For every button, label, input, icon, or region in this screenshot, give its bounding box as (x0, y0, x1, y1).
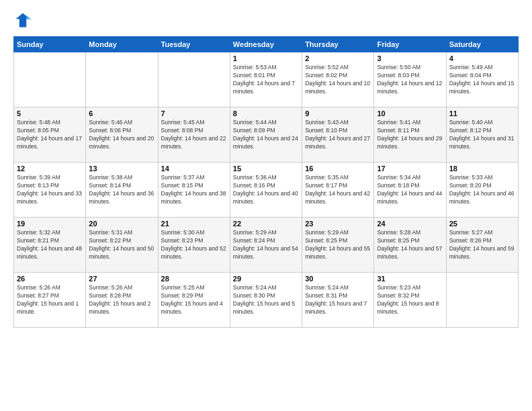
calendar-cell: 18Sunrise: 5:33 AMSunset: 8:20 PMDayligh… (446, 163, 518, 218)
calendar-cell: 30Sunrise: 5:24 AMSunset: 8:31 PMDayligh… (302, 273, 374, 328)
weekday-header-tuesday: Tuesday (158, 37, 230, 52)
day-number: 26 (17, 275, 83, 283)
day-number: 21 (161, 220, 227, 228)
calendar-cell: 31Sunrise: 5:23 AMSunset: 8:32 PMDayligh… (374, 273, 446, 328)
cell-text: Sunrise: 5:45 AMSunset: 8:08 PMDaylight:… (161, 119, 227, 151)
day-number: 24 (377, 220, 443, 228)
calendar-week-row: 19Sunrise: 5:32 AMSunset: 8:21 PMDayligh… (14, 218, 519, 273)
calendar-cell: 8Sunrise: 5:44 AMSunset: 8:09 PMDaylight… (230, 107, 302, 163)
day-number: 28 (161, 275, 227, 283)
day-number: 16 (305, 165, 371, 173)
cell-text: Sunrise: 5:26 AMSunset: 8:28 PMDaylight:… (89, 284, 154, 316)
day-number: 25 (449, 220, 515, 228)
day-number: 9 (305, 109, 371, 118)
day-number: 11 (449, 109, 515, 118)
cell-text: Sunrise: 5:53 AMSunset: 8:01 PMDaylight:… (233, 64, 299, 96)
cell-text: Sunrise: 5:29 AMSunset: 8:24 PMDaylight:… (233, 229, 299, 261)
day-number: 31 (377, 275, 443, 283)
day-number: 7 (161, 109, 227, 118)
cell-text: Sunrise: 5:36 AMSunset: 8:16 PMDaylight:… (233, 174, 299, 206)
cell-text: Sunrise: 5:39 AMSunset: 8:13 PMDaylight:… (17, 174, 83, 206)
cell-text: Sunrise: 5:38 AMSunset: 8:14 PMDaylight:… (89, 174, 154, 206)
day-number: 18 (449, 165, 515, 173)
cell-text: Sunrise: 5:30 AMSunset: 8:23 PMDaylight:… (161, 229, 227, 261)
day-number: 22 (233, 220, 299, 228)
calendar-cell: 12Sunrise: 5:39 AMSunset: 8:13 PMDayligh… (14, 163, 86, 218)
calendar-cell: 24Sunrise: 5:28 AMSunset: 8:25 PMDayligh… (374, 218, 446, 273)
calendar-week-row: 12Sunrise: 5:39 AMSunset: 8:13 PMDayligh… (14, 163, 519, 218)
calendar-cell: 1Sunrise: 5:53 AMSunset: 8:01 PMDaylight… (230, 52, 302, 107)
page: SundayMondayTuesdayWednesdayThursdayFrid… (0, 0, 532, 411)
calendar-table: SundayMondayTuesdayWednesdayThursdayFrid… (13, 36, 519, 328)
cell-text: Sunrise: 5:24 AMSunset: 8:30 PMDaylight:… (233, 284, 299, 316)
cell-text: Sunrise: 5:26 AMSunset: 8:27 PMDaylight:… (17, 284, 83, 316)
cell-text: Sunrise: 5:43 AMSunset: 8:10 PMDaylight:… (305, 119, 371, 151)
calendar-cell: 13Sunrise: 5:38 AMSunset: 8:14 PMDayligh… (86, 163, 158, 218)
calendar-cell: 26Sunrise: 5:26 AMSunset: 8:27 PMDayligh… (14, 273, 86, 328)
cell-text: Sunrise: 5:23 AMSunset: 8:32 PMDaylight:… (377, 284, 443, 316)
calendar-cell: 27Sunrise: 5:26 AMSunset: 8:28 PMDayligh… (86, 273, 158, 328)
calendar-cell: 23Sunrise: 5:29 AMSunset: 8:25 PMDayligh… (302, 218, 374, 273)
calendar-cell: 25Sunrise: 5:27 AMSunset: 8:26 PMDayligh… (446, 218, 518, 273)
calendar-cell: 29Sunrise: 5:24 AMSunset: 8:30 PMDayligh… (230, 273, 302, 328)
weekday-header-thursday: Thursday (302, 37, 374, 52)
cell-text: Sunrise: 5:52 AMSunset: 8:02 PMDaylight:… (305, 64, 371, 96)
day-number: 4 (449, 54, 515, 62)
calendar-cell: 19Sunrise: 5:32 AMSunset: 8:21 PMDayligh… (14, 218, 86, 273)
calendar-cell: 11Sunrise: 5:40 AMSunset: 8:12 PMDayligh… (446, 107, 518, 163)
cell-text: Sunrise: 5:50 AMSunset: 8:03 PMDaylight:… (377, 64, 443, 96)
calendar-week-row: 5Sunrise: 5:48 AMSunset: 8:05 PMDaylight… (14, 107, 519, 163)
cell-text: Sunrise: 5:49 AMSunset: 8:04 PMDaylight:… (449, 64, 515, 96)
day-number: 15 (233, 165, 299, 173)
calendar-cell: 10Sunrise: 5:41 AMSunset: 8:11 PMDayligh… (374, 107, 446, 163)
calendar-cell: 22Sunrise: 5:29 AMSunset: 8:24 PMDayligh… (230, 218, 302, 273)
cell-text: Sunrise: 5:35 AMSunset: 8:17 PMDaylight:… (305, 174, 371, 206)
cell-text: Sunrise: 5:41 AMSunset: 8:11 PMDaylight:… (377, 119, 443, 151)
cell-text: Sunrise: 5:25 AMSunset: 8:29 PMDaylight:… (161, 284, 227, 316)
day-number: 17 (377, 165, 443, 173)
weekday-header-wednesday: Wednesday (230, 37, 302, 52)
day-number: 3 (377, 54, 443, 62)
day-number: 20 (89, 220, 154, 228)
calendar-cell: 9Sunrise: 5:43 AMSunset: 8:10 PMDaylight… (302, 107, 374, 163)
cell-text: Sunrise: 5:40 AMSunset: 8:12 PMDaylight:… (449, 119, 515, 151)
day-number: 5 (17, 109, 83, 118)
day-number: 1 (233, 54, 299, 62)
logo-icon (13, 11, 32, 30)
calendar-cell: 21Sunrise: 5:30 AMSunset: 8:23 PMDayligh… (158, 218, 230, 273)
calendar-cell: 15Sunrise: 5:36 AMSunset: 8:16 PMDayligh… (230, 163, 302, 218)
cell-text: Sunrise: 5:37 AMSunset: 8:15 PMDaylight:… (161, 174, 227, 206)
day-number: 13 (89, 165, 154, 173)
day-number: 30 (305, 275, 371, 283)
cell-text: Sunrise: 5:32 AMSunset: 8:21 PMDaylight:… (17, 229, 83, 261)
day-number: 19 (17, 220, 83, 228)
calendar-cell: 28Sunrise: 5:25 AMSunset: 8:29 PMDayligh… (158, 273, 230, 328)
calendar-cell: 7Sunrise: 5:45 AMSunset: 8:08 PMDaylight… (158, 107, 230, 163)
day-number: 12 (17, 165, 83, 173)
weekday-header-friday: Friday (374, 37, 446, 52)
cell-text: Sunrise: 5:44 AMSunset: 8:09 PMDaylight:… (233, 119, 299, 151)
day-number: 29 (233, 275, 299, 283)
svg-marker-1 (26, 15, 32, 20)
day-number: 27 (89, 275, 154, 283)
calendar-cell: 6Sunrise: 5:46 AMSunset: 8:06 PMDaylight… (86, 107, 158, 163)
cell-text: Sunrise: 5:31 AMSunset: 8:22 PMDaylight:… (89, 229, 154, 261)
weekday-header-sunday: Sunday (14, 37, 86, 52)
calendar-cell (86, 52, 158, 107)
weekday-header-saturday: Saturday (446, 37, 518, 52)
weekday-header-row: SundayMondayTuesdayWednesdayThursdayFrid… (14, 37, 519, 52)
cell-text: Sunrise: 5:29 AMSunset: 8:25 PMDaylight:… (305, 229, 371, 261)
calendar-cell: 14Sunrise: 5:37 AMSunset: 8:15 PMDayligh… (158, 163, 230, 218)
cell-text: Sunrise: 5:24 AMSunset: 8:31 PMDaylight:… (305, 284, 371, 316)
header (13, 11, 519, 30)
svg-marker-0 (16, 13, 30, 28)
cell-text: Sunrise: 5:28 AMSunset: 8:25 PMDaylight:… (377, 229, 443, 261)
calendar-week-row: 26Sunrise: 5:26 AMSunset: 8:27 PMDayligh… (14, 273, 519, 328)
weekday-header-monday: Monday (86, 37, 158, 52)
day-number: 2 (305, 54, 371, 62)
cell-text: Sunrise: 5:46 AMSunset: 8:06 PMDaylight:… (89, 119, 154, 151)
calendar-cell: 3Sunrise: 5:50 AMSunset: 8:03 PMDaylight… (374, 52, 446, 107)
calendar-cell (158, 52, 230, 107)
cell-text: Sunrise: 5:34 AMSunset: 8:18 PMDaylight:… (377, 174, 443, 206)
day-number: 6 (89, 109, 154, 118)
